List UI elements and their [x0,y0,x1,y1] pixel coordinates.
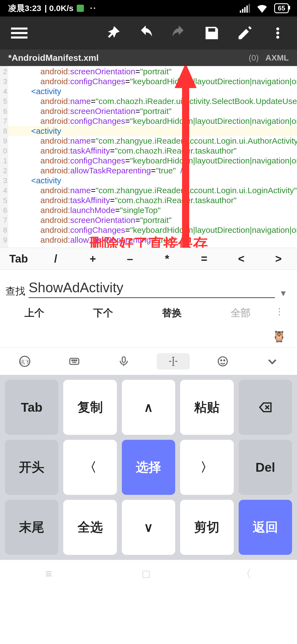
svg-point-15 [221,360,222,361]
system-navbar: ≡ □ 〈 [0,560,297,587]
app-toolbar [0,17,297,50]
key-copy[interactable]: 复制 [63,380,117,435]
ime-assistant-row: 🦉 [0,325,297,347]
svg-point-16 [224,360,225,361]
file-tab-count: (0) [249,53,259,62]
signal-icon [240,4,250,13]
key-left[interactable]: 〈 [63,440,117,495]
svg-point-4 [276,32,279,35]
ime-collapse-icon[interactable] [256,353,289,370]
status-more-icon: ·· [90,4,97,13]
sym-equals[interactable]: = [186,253,223,265]
ime-assistant-icon[interactable]: 🦉 [272,330,286,343]
key-return[interactable]: 返回 [239,500,292,555]
key-cut[interactable]: 剪切 [180,500,233,555]
key-up[interactable]: ∧ [122,380,175,435]
svg-rect-0 [11,28,28,30]
svg-point-10 [72,360,73,361]
sym-gt[interactable]: > [260,253,297,265]
ime-keyboard: Tab 复制 ∧ 粘贴 开头 〈 选择 〉 Del 末尾 全选 ∨ 剪切 返回 [0,375,297,560]
nav-back-icon[interactable]: 〈 [240,566,252,582]
ime-mic-icon[interactable] [107,353,140,370]
redo-button[interactable] [162,17,195,50]
svg-rect-1 [11,32,28,34]
ime-voice-input-icon[interactable]: 讯飞 [8,353,41,370]
status-netspeed: | 0.0K/s [45,4,73,13]
code-editor[interactable]: 234567890123456789 android:screenOrienta… [0,66,297,248]
key-paste[interactable]: 粘贴 [180,380,233,435]
battery-indicator: 65 [274,3,289,13]
svg-rect-13 [122,357,125,362]
pin-button[interactable] [96,17,129,50]
svg-rect-2 [11,37,28,39]
key-delete[interactable]: Del [239,440,292,495]
status-time: 凌晨3:23 [8,3,41,14]
ime-keyboard-icon[interactable] [58,353,91,370]
svg-point-11 [74,360,75,361]
find-prev-button[interactable]: 上个 [0,306,69,320]
key-home[interactable]: 开头 [5,440,58,495]
nav-recent-icon[interactable]: ≡ [45,567,52,580]
search-bar: 查找 ▼ [0,270,297,298]
sym-slash[interactable]: / [37,253,74,265]
nav-home-icon[interactable]: □ [143,567,150,580]
replace-button[interactable]: 替换 [138,306,206,320]
file-tab-format: AXML [265,53,289,62]
edit-button[interactable] [228,17,261,50]
sym-tab[interactable]: Tab [0,253,37,265]
wifi-icon [255,0,269,17]
svg-point-14 [218,357,227,366]
status-app-icon [77,5,84,12]
key-down[interactable]: ∨ [122,500,175,555]
file-tab-title[interactable]: *AndroidManifest.xml [8,53,249,63]
key-end[interactable]: 末尾 [5,500,58,555]
sym-star[interactable]: * [148,253,186,265]
svg-point-3 [276,27,279,30]
key-backspace[interactable] [239,380,292,435]
sym-plus[interactable]: + [74,253,111,265]
search-dropdown-icon[interactable]: ▼ [275,289,292,298]
line-gutter: 234567890123456789 [0,66,8,248]
key-select[interactable]: 选择 [122,440,175,495]
key-right[interactable]: 〉 [180,440,233,495]
key-tab[interactable]: Tab [5,380,58,435]
search-label: 查找 [6,285,25,298]
sym-minus[interactable]: – [111,253,148,265]
ime-cursor-mode-icon[interactable] [157,353,190,370]
file-tab-bar: *AndroidManifest.xml (0) AXML [0,50,297,66]
svg-text:讯飞: 讯飞 [20,359,30,365]
search-input[interactable] [29,278,275,298]
ime-toolbar: 讯飞 [0,347,297,375]
save-button[interactable] [195,17,228,50]
ime-emoji-icon[interactable] [206,353,239,370]
find-next-button[interactable]: 下个 [69,306,138,320]
overflow-button[interactable] [261,17,294,50]
search-actions: 上个 下个 替换 全部 ⋮ [0,298,297,325]
sym-lt[interactable]: < [223,253,260,265]
status-bar: 凌晨3:23 | 0.0K/s ·· 65 [0,0,297,17]
symbol-row: Tab / + – * = < > [0,248,297,270]
svg-point-5 [276,36,279,39]
undo-button[interactable] [129,17,162,50]
replace-all-button[interactable]: 全部 [206,306,275,320]
search-more-icon[interactable]: ⋮ [275,306,297,320]
code-content[interactable]: android:screenOrientation="portrait" and… [8,66,297,248]
key-selectall[interactable]: 全选 [63,500,117,555]
menu-button[interactable] [3,17,36,50]
svg-point-12 [76,360,77,361]
